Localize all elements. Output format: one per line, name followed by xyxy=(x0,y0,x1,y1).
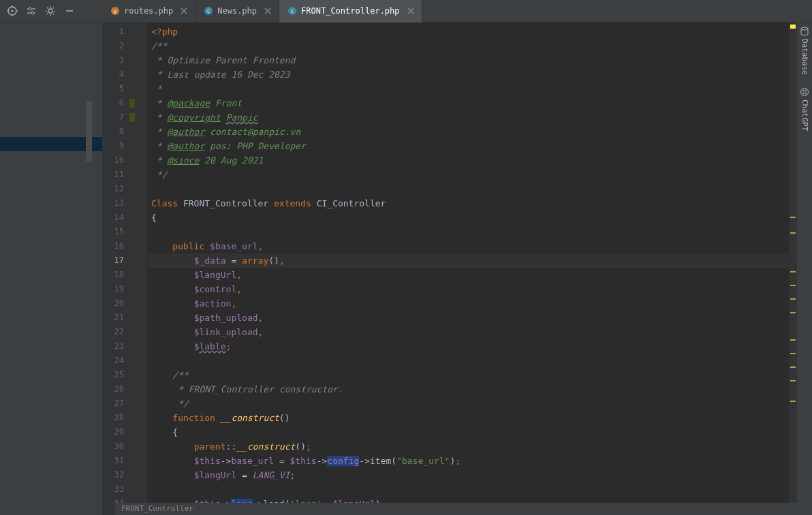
code-line xyxy=(149,182,797,196)
line-gutter[interactable]: 1 2 3 4 5 6 7 8 9 10 11 12 13 14 15 16 1… xyxy=(102,22,136,515)
close-icon[interactable] xyxy=(180,7,188,15)
code-line: /** xyxy=(149,368,797,382)
code-line: * Optimize Parent Frontend xyxy=(149,53,797,67)
svg-point-8 xyxy=(29,7,31,10)
editor-tabs: p routes.php C News.php C FRONT_Controll… xyxy=(102,0,422,22)
target-icon[interactable] xyxy=(7,5,18,16)
tab-routes[interactable]: p routes.php xyxy=(102,0,196,22)
chatgpt-icon xyxy=(800,87,809,97)
database-tool[interactable]: Database xyxy=(800,27,809,75)
warning-mark xyxy=(790,366,796,368)
code-line xyxy=(149,354,797,368)
code-line: <?php xyxy=(149,25,797,39)
tab-label: FRONT_Controller.php xyxy=(301,6,400,16)
code-line: * xyxy=(149,82,797,96)
svg-point-1 xyxy=(12,10,14,12)
tab-news[interactable]: C News.php xyxy=(196,0,279,22)
line-number: 11 xyxy=(102,168,136,182)
line-number: 18 xyxy=(102,268,136,282)
line-number: 12 xyxy=(102,182,136,196)
code-line: * @since 20 Aug 2021 xyxy=(149,153,797,168)
code-line: $lable; xyxy=(149,339,797,354)
line-number: 7 xyxy=(102,110,136,125)
warning-mark xyxy=(790,217,796,218)
close-icon[interactable] xyxy=(264,7,272,15)
line-number: 21 xyxy=(102,311,136,325)
code-line: */ xyxy=(149,396,797,411)
line-number: 13 xyxy=(102,196,136,210)
tab-front-controller[interactable]: C FRONT_Controller.php xyxy=(279,0,422,22)
line-number: 26 xyxy=(102,382,136,396)
line-number: 4 xyxy=(102,67,136,82)
code-line: $action, xyxy=(149,296,797,311)
line-number: 20 xyxy=(102,296,136,311)
database-icon xyxy=(800,27,809,36)
code-line: * @author pos: PHP Developer xyxy=(149,139,797,153)
code-line: $langUrl, xyxy=(149,268,797,282)
warning-mark xyxy=(790,285,796,286)
project-sidebar[interactable] xyxy=(0,22,102,515)
php-class-icon: C xyxy=(204,6,213,16)
line-number: 14 xyxy=(102,210,136,225)
code-editor[interactable]: <?php /** * Optimize Parent Frontend * L… xyxy=(149,22,797,515)
tab-label: News.php xyxy=(217,6,257,16)
warning-mark xyxy=(790,298,796,300)
close-icon[interactable] xyxy=(407,7,415,15)
line-number: 32 xyxy=(102,468,136,482)
svg-text:C: C xyxy=(291,9,294,14)
code-line: $link_upload, xyxy=(149,325,797,339)
main-area: 1 2 3 4 5 6 7 8 9 10 11 12 13 14 15 16 1… xyxy=(0,22,812,515)
code-line xyxy=(149,482,797,497)
line-number: 23 xyxy=(102,339,136,354)
line-number: 28 xyxy=(102,411,136,425)
line-number: 1 xyxy=(102,25,136,39)
code-line: * @copyright Panpic xyxy=(149,110,797,125)
sidebar-scrollbar[interactable] xyxy=(86,101,92,162)
code-line: * Last update 16 Dec 2023 xyxy=(149,67,797,82)
warning-mark xyxy=(790,271,796,272)
code-line: function __construct() xyxy=(149,411,797,425)
line-number: 17 xyxy=(102,253,136,268)
top-toolbar: p routes.php C News.php C FRONT_Controll… xyxy=(0,0,812,22)
line-number: 22 xyxy=(102,325,136,339)
code-line: $control, xyxy=(149,282,797,296)
chatgpt-tool[interactable]: ChatGPT xyxy=(800,87,809,131)
line-number: 6 xyxy=(102,96,136,110)
php-class-icon: C xyxy=(287,6,297,16)
code-line: parent::__construct(); xyxy=(149,439,797,454)
code-line: { xyxy=(149,210,797,225)
gear-icon[interactable] xyxy=(45,5,56,16)
warning-mark xyxy=(790,353,796,354)
svg-point-24 xyxy=(801,27,808,30)
error-stripe[interactable] xyxy=(789,22,797,515)
warning-mark xyxy=(790,312,796,313)
code-line: { xyxy=(149,425,797,439)
line-number: 10 xyxy=(102,153,136,168)
line-number: 2 xyxy=(102,39,136,53)
line-number: 31 xyxy=(102,454,136,468)
right-tool-panel: Database ChatGPT xyxy=(797,22,812,515)
tab-label: routes.php xyxy=(124,6,173,16)
line-number: 29 xyxy=(102,425,136,439)
minimize-icon[interactable] xyxy=(64,5,75,16)
breadcrumb[interactable]: FRONT_Controller xyxy=(114,503,797,515)
code-line xyxy=(149,225,797,239)
warning-mark xyxy=(790,380,796,381)
code-line: $langUrl = LANG_VI; xyxy=(149,468,797,482)
svg-point-9 xyxy=(31,12,34,14)
warning-mark xyxy=(790,339,796,341)
toolbar-icons xyxy=(0,5,102,16)
code-line: public $base_url, xyxy=(149,239,797,253)
code-line: */ xyxy=(149,168,797,182)
line-number: 33 xyxy=(102,482,136,497)
line-number: 27 xyxy=(102,396,136,411)
warning-indicator xyxy=(790,25,796,29)
code-line: $this->base_url = $this->config->item("b… xyxy=(149,454,797,468)
code-line: /** xyxy=(149,39,797,53)
code-line: $path_upload, xyxy=(149,311,797,325)
line-number: 24 xyxy=(102,354,136,368)
settings-sliders-icon[interactable] xyxy=(26,5,37,16)
code-line: * @package Front xyxy=(149,96,797,110)
line-number: 19 xyxy=(102,282,136,296)
line-number: 8 xyxy=(102,125,136,139)
